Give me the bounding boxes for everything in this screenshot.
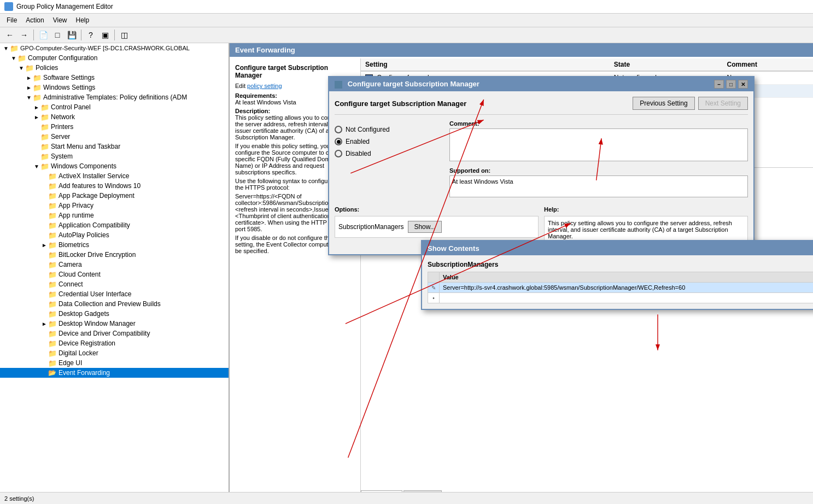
toolbar-sep-3 <box>114 30 115 40</box>
tree-activex[interactable]: 📁 ActiveX Installer Service <box>0 171 229 181</box>
desc-label: Description: <box>235 108 270 114</box>
subscription-managers-label: SubscriptionManagers <box>338 223 403 231</box>
radio-circle-en <box>335 138 342 145</box>
tree-edge-ui[interactable]: 📁 Edge UI <box>0 358 229 368</box>
win-btns: – □ ✕ <box>714 80 748 89</box>
show-button[interactable]: Show... <box>408 221 441 233</box>
value-table-row-1[interactable]: ✎ Server=http://s-svr4.crashwork.global:… <box>428 283 814 293</box>
tree-bitlocker[interactable]: 📁 BitLocker Drive Encryption <box>0 250 229 260</box>
tree-camera[interactable]: 📁 Camera <box>0 260 229 269</box>
tree-desktop-gadgets[interactable]: 📁 Desktop Gadgets <box>0 309 229 319</box>
comment-textarea[interactable] <box>449 128 748 161</box>
tree-connect[interactable]: 📁 Connect <box>0 279 229 289</box>
tree-biometrics[interactable]: ► 📁 Biometrics <box>0 240 229 250</box>
radio-circle-dis <box>335 150 342 157</box>
sys-label: System <box>51 153 73 160</box>
tree-system[interactable]: 📁 System <box>0 151 229 161</box>
pol-arrow: ▼ <box>17 65 25 71</box>
dd-folder-icon: 📁 <box>48 330 57 337</box>
tree-add-features[interactable]: 📁 Add features to Windows 10 <box>0 181 229 191</box>
tree-device-registration[interactable]: 📁 Device Registration <box>0 338 229 348</box>
value-table-row-2[interactable]: • <box>428 293 814 303</box>
ax-folder-icon: 📁 <box>48 172 57 180</box>
row1-value[interactable]: Server=http://s-svr4.crashwork.global:59… <box>440 283 814 293</box>
tree-data-collection[interactable]: 📁 Data Collection and Preview Builds <box>0 299 229 309</box>
forward-button[interactable]: → <box>17 29 31 41</box>
tree-server[interactable]: 📁 Server <box>0 132 229 142</box>
tree-cloud-content[interactable]: 📁 Cloud Content <box>0 269 229 279</box>
tree-windows-components[interactable]: ▼ 📁 Windows Components <box>0 161 229 171</box>
menu-bar: File Action View Help <box>0 14 813 27</box>
tree-autoplay[interactable]: 📁 AutoPlay Policies <box>0 230 229 240</box>
tree-desktop-window-mgr[interactable]: ► 📁 Desktop Window Manager <box>0 319 229 329</box>
radio-label-dis: Disabled <box>346 150 371 157</box>
maximize-button[interactable]: □ <box>726 80 736 89</box>
tree-app-privacy[interactable]: 📁 App Privacy <box>0 201 229 210</box>
modal-left-panel: Not Configured Enabled Disabled <box>335 120 444 202</box>
radio-disabled[interactable]: Disabled <box>335 150 444 157</box>
at-label: Administrative Templates: Policy definit… <box>43 93 187 101</box>
ef-panel-header: Event Forwarding <box>230 43 813 57</box>
title-bar: Group Policy Management Editor <box>0 0 813 14</box>
col-state[interactable]: State <box>610 58 723 71</box>
af-label: Add features to Windows 10 <box>59 182 141 190</box>
menu-action[interactable]: Action <box>21 15 48 26</box>
tree-windows-settings[interactable]: ► 📁 Windows Settings <box>0 83 229 92</box>
tree-printers[interactable]: 📁 Printers <box>0 122 229 132</box>
minimize-button[interactable]: – <box>714 80 724 89</box>
con-folder-icon: 📁 <box>48 280 57 288</box>
req-label: Requirements: <box>235 92 277 99</box>
new-window-button[interactable]: □ <box>51 29 64 41</box>
tree-control-panel[interactable]: ► 📁 Control Panel <box>0 102 229 112</box>
tree-credential-ui[interactable]: 📁 Credential User Interface <box>0 289 229 299</box>
ap-folder-icon: 📁 <box>48 231 57 239</box>
export-button[interactable]: 💾 <box>65 29 78 41</box>
row2-value[interactable] <box>440 293 814 303</box>
tree-policies[interactable]: ▼ 📁 Policies <box>0 63 229 73</box>
next-setting-button[interactable]: Next Setting <box>698 97 748 110</box>
help-button[interactable]: ? <box>84 29 97 41</box>
tree-app-runtime[interactable]: 📁 App runtime <box>0 210 229 220</box>
tree-event-forwarding[interactable]: 📂 Event Forwarding <box>0 368 229 378</box>
radio-enabled[interactable]: Enabled <box>335 138 444 145</box>
menu-help[interactable]: Help <box>72 15 94 26</box>
show-contents-body: SubscriptionManagers Value ✎ S <box>422 255 813 309</box>
value-table-value-header[interactable]: Value <box>440 272 814 283</box>
modal-icon <box>335 81 342 89</box>
policy-link[interactable]: policy setting <box>247 83 282 89</box>
tree-admin-templates[interactable]: ▼ 📁 Administrative Templates: Policy def… <box>0 92 229 102</box>
tree-app-package[interactable]: 📁 App Package Deployment <box>0 191 229 201</box>
ax-label: ActiveX Installer Service <box>59 172 129 180</box>
tree-device-driver[interactable]: 📁 Device and Driver Compatibility <box>0 329 229 338</box>
prev-setting-button[interactable]: Previous Setting <box>633 97 694 110</box>
cp-arrow: ► <box>33 104 40 110</box>
ac-folder-icon: 📁 <box>48 221 57 229</box>
close-button[interactable]: ✕ <box>738 80 748 89</box>
dd-label: Device and Driver Compatibility <box>59 330 150 337</box>
filter-button[interactable]: ◫ <box>118 29 131 41</box>
col-comment[interactable]: Comment <box>723 58 813 71</box>
tree-network[interactable]: ► 📁 Network <box>0 112 229 122</box>
tree-root[interactable]: ▼ 📁 GPO-Computer-Security-WEF [S-DC1.CRA… <box>0 43 229 53</box>
console-button[interactable]: ▣ <box>98 29 112 41</box>
ss-folder-icon: 📁 <box>33 74 42 81</box>
req-value: At least Windows Vista <box>235 99 296 106</box>
modal-right-panel: Comment: Supported on: At least Windows … <box>449 120 748 202</box>
tree-digital-locker[interactable]: 📁 Digital Locker <box>0 348 229 358</box>
bl-folder-icon: 📁 <box>48 251 57 259</box>
sys-folder-icon: 📁 <box>40 153 49 160</box>
col-setting[interactable]: Setting <box>361 58 610 71</box>
tree-start-menu[interactable]: 📁 Start Menu and Taskbar <box>0 142 229 151</box>
refresh-button[interactable]: 📄 <box>37 29 50 41</box>
menu-view[interactable]: View <box>49 15 72 26</box>
wc-folder-icon: 📁 <box>40 162 49 170</box>
back-button[interactable]: ← <box>3 29 16 41</box>
tree-computer-config[interactable]: ▼ 📁 Computer Configuration <box>0 53 229 63</box>
sm-label: Start Menu and Taskbar <box>51 143 120 150</box>
menu-file[interactable]: File <box>2 15 21 26</box>
content-area: Event Forwarding Configure target Subscr… <box>230 43 813 501</box>
tree-software-settings[interactable]: ► 📁 Software Settings <box>0 73 229 83</box>
comment-label: Comment: <box>449 120 748 127</box>
tree-app-compat[interactable]: 📁 Application Compatibility <box>0 220 229 230</box>
radio-not-configured[interactable]: Not Configured <box>335 126 444 133</box>
